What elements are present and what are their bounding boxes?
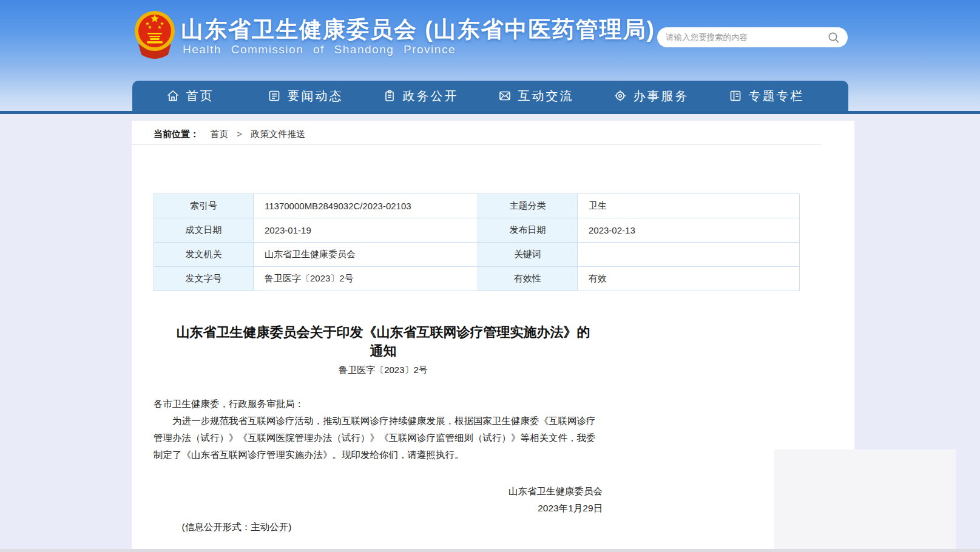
body-paragraph: 为进一步规范我省互联网诊疗活动，推动互联网诊疗持续健康发展，根据国家卫生健康委《… bbox=[154, 412, 603, 463]
breadcrumb-prefix: 当前位置： bbox=[154, 129, 199, 139]
meta-label: 发布日期 bbox=[478, 218, 578, 243]
nav-label: 要闻动态 bbox=[288, 88, 343, 104]
nav-label: 专题专栏 bbox=[749, 88, 805, 104]
article-body: 各市卫生健康委，行政服务审批局： 为进一步规范我省互联网诊疗活动，推动互联网诊疗… bbox=[154, 395, 603, 463]
signature-org: 山东省卫生健康委员会 bbox=[154, 483, 603, 500]
search-input[interactable] bbox=[666, 33, 827, 42]
main-nav: 首页 要闻动态 政务公开 互动交流 办事服务 专题专栏 bbox=[132, 81, 848, 111]
meta-label: 成文日期 bbox=[154, 218, 254, 243]
nav-item-home[interactable]: 首页 bbox=[132, 81, 248, 111]
article-title-line1: 山东省卫生健康委员会关于印发《山东省互联网诊疗管理实施办法》的 bbox=[177, 325, 590, 340]
article: 山东省卫生健康委员会关于印发《山东省互联网诊疗管理实施办法》的 通知 鲁卫医字〔… bbox=[154, 323, 613, 534]
disclosure-note: (信息公开形式：主动公开) bbox=[154, 521, 603, 534]
meta-value: 卫生 bbox=[578, 194, 800, 218]
news-icon bbox=[268, 89, 281, 103]
article-title-line2: 通知 bbox=[370, 343, 397, 358]
china-national-emblem-icon bbox=[133, 8, 176, 59]
salutation: 各市卫生健康委，行政服务审批局： bbox=[154, 395, 603, 412]
meta-value: 11370000MB2849032C/2023-02103 bbox=[254, 194, 478, 218]
signature-date: 2023年1月29日 bbox=[154, 500, 603, 517]
meta-label: 主题分类 bbox=[478, 194, 578, 218]
signature-block: 山东省卫生健康委员会 2023年1月29日 bbox=[154, 483, 603, 517]
breadcrumb: 当前位置： 首页 > 政策文件推送 bbox=[132, 121, 821, 145]
content-card: 当前位置： 首页 > 政策文件推送 索引号 11370000MB2849032C… bbox=[132, 121, 854, 552]
breadcrumb-separator: > bbox=[237, 129, 242, 139]
nav-item-gov-open[interactable]: 政务公开 bbox=[363, 81, 478, 111]
table-row: 发文字号 鲁卫医字〔2023〕2号 有效性 有效 bbox=[154, 267, 800, 291]
site-subtitle-english: Health Commission of Shandong Province bbox=[183, 43, 456, 56]
columns-icon bbox=[729, 89, 742, 103]
table-row: 发文机关 山东省卫生健康委员会 关键词 bbox=[154, 243, 800, 267]
meta-label: 关键词 bbox=[478, 243, 578, 267]
footer-divider bbox=[0, 549, 980, 552]
meta-value: 山东省卫生健康委员会 bbox=[254, 243, 478, 267]
home-icon bbox=[166, 89, 180, 103]
meta-value: 2023-02-13 bbox=[578, 218, 800, 243]
meta-label: 发文机关 bbox=[154, 243, 254, 267]
meta-value bbox=[578, 243, 800, 267]
breadcrumb-link-home[interactable]: 首页 bbox=[210, 129, 228, 139]
search-icon[interactable] bbox=[827, 31, 840, 44]
nav-item-special-columns[interactable]: 专题专栏 bbox=[709, 81, 824, 111]
document-meta-table: 索引号 11370000MB2849032C/2023-02103 主题分类 卫… bbox=[154, 194, 800, 291]
document-number: 鲁卫医字〔2023〕2号 bbox=[154, 365, 613, 376]
gov-open-icon bbox=[383, 89, 396, 103]
meta-label: 有效性 bbox=[478, 267, 578, 291]
meta-value: 2023-01-19 bbox=[254, 218, 478, 243]
table-row: 索引号 11370000MB2849032C/2023-02103 主题分类 卫… bbox=[154, 194, 800, 218]
nav-item-services[interactable]: 办事服务 bbox=[593, 81, 709, 111]
meta-label: 发文字号 bbox=[154, 267, 254, 291]
nav-label: 办事服务 bbox=[634, 88, 689, 104]
nav-label: 互动交流 bbox=[518, 88, 574, 104]
nav-item-news[interactable]: 要闻动态 bbox=[248, 81, 363, 111]
table-row: 成文日期 2023-01-19 发布日期 2023-02-13 bbox=[154, 218, 800, 243]
services-icon bbox=[613, 89, 627, 103]
side-panel-placeholder bbox=[774, 449, 956, 552]
site-title: 山东省卫生健康委员会 (山东省中医药管理局) bbox=[181, 15, 655, 45]
search-box[interactable] bbox=[657, 27, 848, 47]
breadcrumb-link-current[interactable]: 政策文件推送 bbox=[251, 129, 305, 139]
meta-value: 鲁卫医字〔2023〕2号 bbox=[254, 267, 478, 291]
nav-bottom-strip bbox=[0, 111, 980, 114]
interaction-icon bbox=[498, 89, 512, 103]
nav-label: 首页 bbox=[186, 88, 214, 104]
meta-label: 索引号 bbox=[154, 194, 254, 218]
nav-label: 政务公开 bbox=[403, 88, 459, 104]
article-title: 山东省卫生健康委员会关于印发《山东省互联网诊疗管理实施办法》的 通知 bbox=[154, 323, 613, 360]
nav-item-interaction[interactable]: 互动交流 bbox=[478, 81, 593, 111]
meta-value: 有效 bbox=[578, 267, 800, 291]
